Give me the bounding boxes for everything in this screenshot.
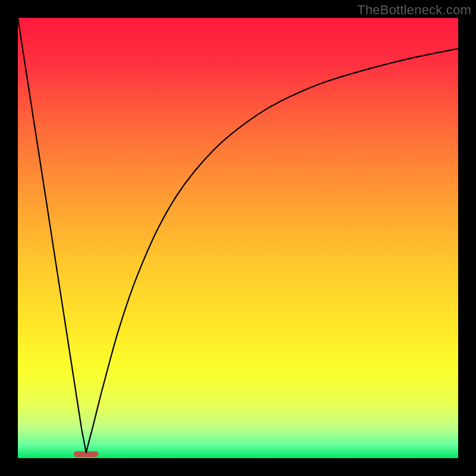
- plot-area: [18, 18, 458, 458]
- chart-frame: TheBottleneck.com: [0, 0, 476, 476]
- chart-svg: [18, 18, 458, 458]
- gradient-background: [18, 18, 458, 458]
- watermark-text: TheBottleneck.com: [357, 2, 471, 18]
